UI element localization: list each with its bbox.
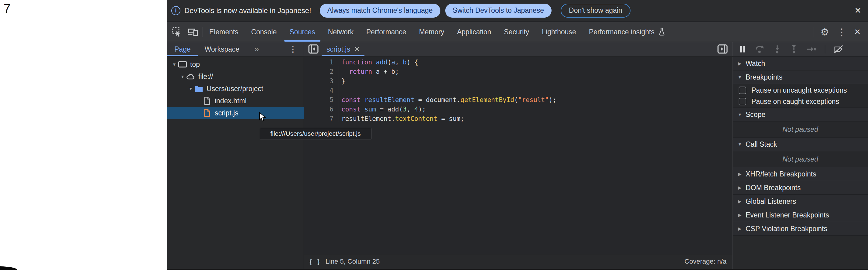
tree-item-label: top <box>190 60 200 69</box>
toggle-debugger-sidebar-icon[interactable] <box>717 44 728 54</box>
tab-sources[interactable]: Sources <box>283 22 321 41</box>
deactivate-breakpoints-icon[interactable] <box>833 44 844 54</box>
tree-expander-icon[interactable]: ▼ <box>179 74 186 79</box>
tree-item-users-user-project[interactable]: ▼Users/user/project <box>167 83 304 95</box>
step-into-icon[interactable] <box>773 44 781 54</box>
tab-elements[interactable]: Elements <box>203 22 245 41</box>
checkbox-icon[interactable] <box>739 98 746 106</box>
dont-show-again-button[interactable]: Don't show again <box>561 4 630 18</box>
sidebar-section-global-listeners[interactable]: ▶Global Listeners <box>733 195 868 208</box>
sidebar-section-call-stack[interactable]: ▼Call Stack <box>733 138 868 151</box>
code-text: function add(a, b) { <box>341 59 418 66</box>
section-expander-icon[interactable]: ▼ <box>737 112 743 117</box>
section-expander-icon[interactable]: ▶ <box>737 61 743 66</box>
tab-memory[interactable]: Memory <box>413 22 451 41</box>
checkbox-row-pause-on-uncaught-exceptions[interactable]: Pause on uncaught exceptions <box>739 86 868 94</box>
tab-console[interactable]: Console <box>245 22 283 41</box>
tree-expander-icon[interactable]: ▼ <box>171 62 178 67</box>
bottom-left-shape <box>0 266 17 270</box>
sidebar-section-xhr-fetch-breakpoints[interactable]: ▶XHR/fetch Breakpoints <box>733 167 868 181</box>
checkbox-label: Pause on caught exceptions <box>751 97 839 106</box>
code-line-5: 5const resultElement = document.getEleme… <box>304 95 733 104</box>
editor-tab-label: script.js <box>327 45 350 54</box>
editor-tab-scriptjs[interactable]: script.js ✕ <box>322 42 365 56</box>
sidebar-section-watch[interactable]: ▶Watch <box>733 57 868 70</box>
tree-item-index.html[interactable]: index.html <box>167 95 304 107</box>
checkbox-icon[interactable] <box>739 87 746 94</box>
line-number[interactable]: 4 <box>304 87 334 94</box>
line-number[interactable]: 5 <box>304 96 334 103</box>
step-over-icon[interactable] <box>755 44 765 54</box>
pretty-print-icon[interactable]: { } <box>309 258 321 265</box>
section-expander-icon[interactable]: ▶ <box>737 172 743 176</box>
sidebar-section-dom-breakpoints[interactable]: ▶DOM Breakpoints <box>733 181 868 195</box>
tree-item-file-[interactable]: ▼file:// <box>167 70 304 83</box>
line-number[interactable]: 1 <box>304 59 334 66</box>
navigator-tab-page[interactable]: Page <box>167 42 198 56</box>
section-expander-icon[interactable]: ▶ <box>737 213 743 217</box>
sidebar-section-breakpoints[interactable]: ▼Breakpoints <box>733 70 868 84</box>
more-tabs-icon[interactable]: » <box>254 44 259 54</box>
tree-item-top[interactable]: ▼top <box>167 58 304 70</box>
section-label: XHR/fetch Breakpoints <box>746 170 816 178</box>
sidebar-section-csp-violation-breakpoints[interactable]: ▶CSP Violation Breakpoints <box>733 222 868 236</box>
code-editor[interactable]: 1function add(a, b) {2 return a + b;3}45… <box>304 57 733 269</box>
collapse-navigator-icon[interactable] <box>308 44 318 54</box>
tab-security[interactable]: Security <box>497 22 535 41</box>
editor-tab-close-icon[interactable]: ✕ <box>354 45 360 53</box>
navigator-tabs: PageWorkspace <box>167 42 246 56</box>
token-str: "result" <box>518 96 549 103</box>
notification-bar: i DevTools is now available in Japanese!… <box>167 0 868 22</box>
section-expander-icon[interactable]: ▶ <box>737 199 743 204</box>
sidebar-section-event-listener-breakpoints[interactable]: ▶Event Listener Breakpoints <box>733 208 868 222</box>
main-toolbar: ElementsConsoleSourcesNetworkPerformance… <box>167 22 868 42</box>
tree-expander-icon[interactable]: ▼ <box>187 86 194 91</box>
token-plain <box>372 59 376 66</box>
mouse-cursor <box>258 112 266 123</box>
code-text: const resultElement = document.getElemen… <box>341 96 556 103</box>
section-label: Watch <box>746 60 765 68</box>
step-out-icon[interactable] <box>789 44 798 54</box>
inspect-element-icon[interactable] <box>172 26 183 37</box>
checkbox-label: Pause on uncaught exceptions <box>751 86 847 94</box>
checkbox-row-pause-on-caught-exceptions[interactable]: Pause on caught exceptions <box>739 97 868 106</box>
tree-item-script.js[interactable]: script.js <box>167 107 304 119</box>
device-toolbar-icon[interactable] <box>187 26 198 37</box>
section-expander-icon[interactable]: ▼ <box>737 75 743 80</box>
tab-performance[interactable]: Performance <box>360 22 413 41</box>
not-paused-note: Not paused <box>733 151 868 167</box>
tab-label: Console <box>251 28 277 36</box>
line-number[interactable]: 6 <box>304 106 334 113</box>
navigator-tab-workspace[interactable]: Workspace <box>198 42 247 56</box>
line-number[interactable]: 2 <box>304 68 334 75</box>
debugger-sidebar: ▶Watch▼BreakpointsPause on uncaught exce… <box>733 57 868 269</box>
navigator-header: PageWorkspace » ⋮ <box>167 42 304 56</box>
section-expander-icon[interactable]: ▶ <box>737 185 743 190</box>
devtools-close-icon[interactable]: ✕ <box>854 27 861 37</box>
editor-tab-strip: script.js ✕ <box>304 42 733 56</box>
sidebar-section-scope[interactable]: ▼Scope <box>733 108 868 121</box>
tab-application[interactable]: Application <box>451 22 498 41</box>
always-match-language-button[interactable]: Always match Chrome's language <box>320 4 440 18</box>
code-text: const sum = add(3, 4); <box>341 106 426 113</box>
tab-performance-insights[interactable]: Performance insights <box>583 22 673 41</box>
line-number[interactable]: 3 <box>304 78 334 85</box>
tab-network[interactable]: Network <box>322 22 360 41</box>
notification-close-icon[interactable]: ✕ <box>854 6 861 16</box>
not-paused-note: Not paused <box>733 121 868 138</box>
navigator-menu-icon[interactable]: ⋮ <box>289 44 297 54</box>
more-options-icon[interactable]: ⋮ <box>837 27 846 37</box>
tab-label: Application <box>457 28 491 36</box>
settings-gear-icon[interactable]: ⚙ <box>820 26 830 38</box>
section-expander-icon[interactable]: ▶ <box>737 226 743 231</box>
tab-label: Sources <box>289 28 315 36</box>
pause-icon[interactable] <box>738 45 747 54</box>
switch-to-japanese-button[interactable]: Switch DevTools to Japanese <box>445 4 552 18</box>
step-icon[interactable] <box>806 45 817 53</box>
tab-label: Performance insights <box>589 28 654 36</box>
line-number[interactable]: 7 <box>304 115 334 122</box>
code-line-2: 2 return a + b; <box>304 67 733 76</box>
experiment-flask-icon <box>657 27 666 36</box>
tab-lighthouse[interactable]: Lighthouse <box>535 22 583 41</box>
section-expander-icon[interactable]: ▼ <box>737 142 743 147</box>
